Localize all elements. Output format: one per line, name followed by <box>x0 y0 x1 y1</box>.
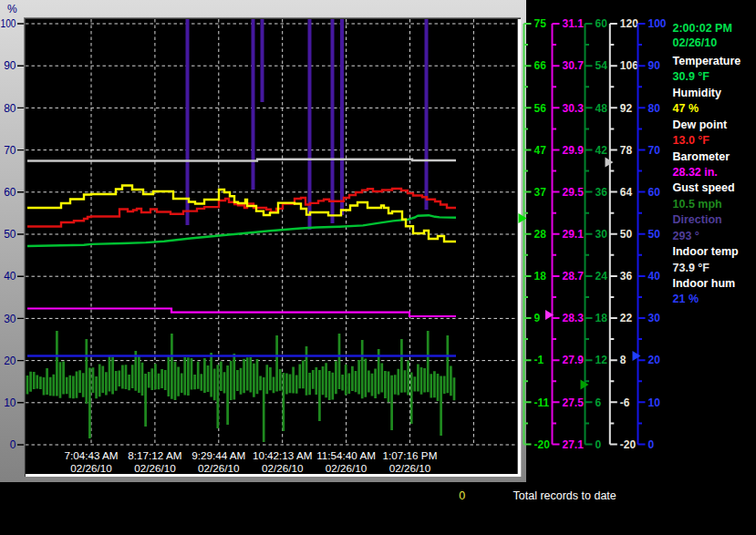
svg-text:31.1: 31.1 <box>563 17 585 30</box>
svg-text:12: 12 <box>595 354 608 366</box>
svg-text:66: 66 <box>534 59 547 72</box>
svg-text:02/26/10: 02/26/10 <box>70 462 112 474</box>
svg-text:60: 60 <box>4 186 16 199</box>
svg-text:36: 36 <box>620 270 633 283</box>
svg-text:29.9: 29.9 <box>563 144 585 157</box>
svg-text:64: 64 <box>620 186 633 199</box>
svg-text:20: 20 <box>648 354 661 366</box>
svg-text:8:17:12 AM: 8:17:12 AM <box>128 449 181 461</box>
svg-text:0: 0 <box>10 438 16 451</box>
svg-text:Humidity: Humidity <box>673 87 722 99</box>
svg-text:60: 60 <box>595 17 608 30</box>
svg-text:0: 0 <box>648 438 655 451</box>
svg-text:0: 0 <box>459 489 465 502</box>
svg-text:-6: -6 <box>620 396 630 409</box>
svg-text:24: 24 <box>595 270 608 283</box>
svg-text:100: 100 <box>648 17 667 30</box>
svg-text:Indoor hum: Indoor hum <box>673 277 736 290</box>
svg-text:20: 20 <box>4 355 16 367</box>
svg-text:1:07:16 PM: 1:07:16 PM <box>383 449 438 461</box>
svg-text:22: 22 <box>620 312 633 324</box>
svg-text:54: 54 <box>595 59 608 72</box>
svg-text:%: % <box>7 3 17 15</box>
svg-text:27.5: 27.5 <box>563 396 585 409</box>
svg-text:28.7: 28.7 <box>563 270 585 283</box>
svg-text:6: 6 <box>595 396 602 409</box>
svg-text:30: 30 <box>4 313 16 325</box>
svg-text:7:04:43 AM: 7:04:43 AM <box>64 449 118 461</box>
svg-text:73.9 °F: 73.9 °F <box>673 262 710 274</box>
svg-text:30: 30 <box>648 312 661 324</box>
svg-text:30.3: 30.3 <box>563 102 585 115</box>
svg-text:30: 30 <box>595 228 608 241</box>
svg-text:47 %: 47 % <box>673 102 699 115</box>
svg-text:18: 18 <box>595 312 608 324</box>
svg-text:10.5 mph: 10.5 mph <box>673 198 722 211</box>
svg-text:0: 0 <box>595 438 602 451</box>
svg-text:Indoor temp: Indoor temp <box>673 245 740 258</box>
svg-text:-1: -1 <box>534 354 544 366</box>
svg-text:02/26/10: 02/26/10 <box>326 462 368 474</box>
svg-text:100: 100 <box>1 17 16 30</box>
svg-text:27.1: 27.1 <box>563 438 585 451</box>
svg-text:36: 36 <box>595 186 608 199</box>
svg-text:Barometer: Barometer <box>673 150 730 163</box>
svg-text:60: 60 <box>648 186 661 199</box>
svg-text:Temperature: Temperature <box>673 55 741 67</box>
svg-text:75: 75 <box>534 17 547 30</box>
svg-text:Dew point: Dew point <box>673 118 729 131</box>
svg-text:78: 78 <box>620 144 633 157</box>
svg-text:8: 8 <box>620 354 627 366</box>
svg-text:56: 56 <box>534 102 547 115</box>
svg-text:02/26/10: 02/26/10 <box>389 462 431 474</box>
svg-text:2:00:02 PM: 2:00:02 PM <box>673 22 732 35</box>
svg-text:21 %: 21 % <box>673 293 699 305</box>
svg-text:30.7: 30.7 <box>563 59 585 72</box>
svg-text:70: 70 <box>648 144 661 157</box>
svg-text:90: 90 <box>648 59 661 72</box>
svg-text:-20: -20 <box>620 438 637 451</box>
svg-text:30.9 °F: 30.9 °F <box>673 70 710 83</box>
svg-text:29.1: 29.1 <box>563 228 585 241</box>
svg-text:Total records to date: Total records to date <box>513 489 616 502</box>
svg-text:11:54:40 AM: 11:54:40 AM <box>316 449 376 461</box>
svg-text:37: 37 <box>534 186 547 199</box>
svg-text:42: 42 <box>595 144 608 157</box>
svg-text:10:42:13 AM: 10:42:13 AM <box>253 449 313 461</box>
svg-text:28.32 in.: 28.32 in. <box>673 166 718 179</box>
svg-text:-11: -11 <box>534 396 550 409</box>
svg-text:40: 40 <box>648 270 661 283</box>
svg-text:Direction: Direction <box>673 213 722 226</box>
svg-text:28.3: 28.3 <box>563 312 585 324</box>
svg-text:80: 80 <box>4 102 16 115</box>
svg-text:02/26/10: 02/26/10 <box>262 462 304 474</box>
svg-text:02/26/10: 02/26/10 <box>198 462 240 474</box>
svg-text:50: 50 <box>4 228 16 241</box>
svg-text:28: 28 <box>534 228 547 241</box>
svg-text:90: 90 <box>4 59 16 72</box>
svg-text:48: 48 <box>595 102 608 115</box>
svg-text:9: 9 <box>534 312 541 324</box>
svg-text:Gust speed: Gust speed <box>673 181 735 194</box>
svg-text:47: 47 <box>534 144 547 157</box>
svg-text:27.9: 27.9 <box>563 354 585 366</box>
svg-text:02/26/10: 02/26/10 <box>673 36 718 49</box>
svg-text:40: 40 <box>4 270 16 283</box>
svg-text:50: 50 <box>620 228 633 241</box>
svg-text:02/26/10: 02/26/10 <box>134 462 176 474</box>
svg-text:10: 10 <box>4 396 16 409</box>
svg-text:106: 106 <box>620 59 638 72</box>
svg-text:120: 120 <box>620 17 638 30</box>
svg-text:92: 92 <box>620 102 633 115</box>
svg-text:50: 50 <box>648 228 661 241</box>
svg-text:-20: -20 <box>534 438 551 451</box>
svg-text:10: 10 <box>648 396 661 409</box>
svg-text:80: 80 <box>648 102 661 115</box>
svg-text:70: 70 <box>4 144 16 157</box>
svg-text:293 °: 293 ° <box>673 230 699 242</box>
svg-text:29.5: 29.5 <box>563 186 585 199</box>
svg-text:18: 18 <box>534 270 547 283</box>
svg-text:13.0 °F: 13.0 °F <box>673 134 710 147</box>
svg-text:9:29:44 AM: 9:29:44 AM <box>192 449 245 461</box>
